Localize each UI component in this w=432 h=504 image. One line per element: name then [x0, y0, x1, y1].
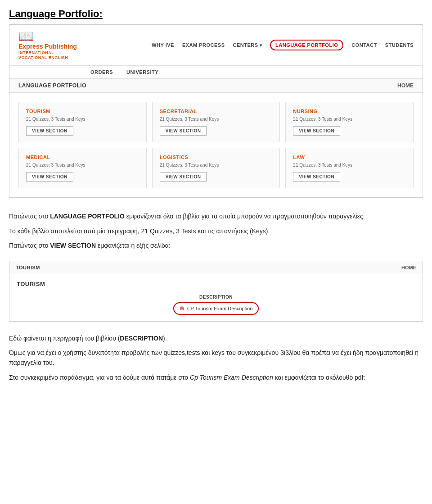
- description-area: DESCRIPTION 🗎 CP Tourism Exam Descriptio…: [17, 295, 415, 315]
- view-section-button-5[interactable]: VIEW SECTION: [293, 172, 340, 182]
- logo-intl-label: INTERNATIONAL: [18, 50, 54, 55]
- cards-grid: TOURISM 21 Quizzes, 3 Tests and Keys VIE…: [18, 102, 414, 188]
- view-section-button-1[interactable]: VIEW SECTION: [160, 126, 207, 136]
- tourism-nav-title: TOURISM: [16, 265, 40, 270]
- nav-why-ive[interactable]: WHY IVE: [152, 42, 174, 48]
- description-label: DESCRIPTION: [199, 295, 233, 300]
- para-desc: Εδώ φαίνεται η περιγραφή του βιβλίου (DE…: [9, 333, 423, 343]
- para3: Πατώντας στο VIEW SECTION εμφανίζεται η …: [9, 241, 423, 250]
- page-title: Language Portfolio:: [9, 8, 423, 20]
- logo-area: 📖 Express Publishing INTERNATIONAL VOCAT…: [18, 30, 90, 60]
- breadcrumb-bar: LANGUAGE PORTFOLIO HOME: [9, 79, 423, 93]
- nav-language-portfolio[interactable]: LANGUAGE PORTFOLIO: [270, 40, 343, 50]
- card-desc-3: 21 Quizzes, 3 Tests and Keys: [26, 163, 139, 168]
- website-screenshot-box: 📖 Express Publishing INTERNATIONAL VOCAT…: [9, 24, 423, 198]
- card-medical: MEDICAL 21 Quizzes, 3 Tests and Keys VIE…: [18, 148, 147, 188]
- breadcrumb-title: LANGUAGE PORTFOLIO: [18, 82, 86, 89]
- tourism-section-title: TOURISM: [17, 281, 415, 287]
- card-category-1: SECRETARIAL: [160, 109, 273, 114]
- nav-centers[interactable]: CENTERS: [233, 42, 262, 48]
- view-section-button-3[interactable]: VIEW SECTION: [26, 172, 73, 182]
- card-desc-2: 21 Quizzes, 3 Tests and Keys: [293, 117, 406, 122]
- logo-book-icon: 📖: [18, 30, 34, 43]
- nav-orders[interactable]: ORDERS: [90, 69, 113, 75]
- nav-second-row: ORDERS UNIVERSITY: [9, 66, 423, 79]
- page-title-section: Language Portfolio:: [0, 0, 432, 24]
- tourism-section-box: TOURISM HOME TOURISM DESCRIPTION 🗎 CP To…: [9, 261, 423, 322]
- view-section-button-2[interactable]: VIEW SECTION: [293, 126, 340, 136]
- nav-header: 📖 Express Publishing INTERNATIONAL VOCAT…: [9, 25, 423, 66]
- nav-university[interactable]: UNIVERSITY: [126, 69, 158, 75]
- card-logistics: LOGISTICS 21 Quizzes, 3 Tests and Keys V…: [152, 148, 280, 188]
- main-nav: WHY IVE EXAM PROCESS CENTERS LANGUAGE PO…: [90, 40, 414, 50]
- breadcrumb-home[interactable]: HOME: [397, 82, 414, 89]
- nav-exam-process[interactable]: EXAM PROCESS: [182, 42, 225, 48]
- para2: Το κάθε βιβλίο αποτελείται από μία περιγ…: [9, 226, 423, 236]
- cp-file-icon: 🗎: [180, 305, 185, 312]
- tourism-nav-home[interactable]: HOME: [401, 265, 416, 270]
- card-desc-1: 21 Quizzes, 3 Tests and Keys: [160, 117, 273, 122]
- nav-students[interactable]: STUDENTS: [385, 42, 414, 48]
- cards-section: TOURISM 21 Quizzes, 3 Tests and Keys VIE…: [9, 93, 423, 197]
- para-access: Όμως για να έχει ο χρήστης δυνατότητα πρ…: [9, 348, 423, 368]
- card-desc-4: 21 Quizzes, 3 Tests and Keys: [160, 163, 273, 168]
- body-text-1: Πατώντας στο LANGUAGE PORTFOLIO εμφανίζο…: [0, 206, 432, 260]
- card-category-3: MEDICAL: [26, 154, 139, 160]
- card-category-4: LOGISTICS: [160, 154, 273, 160]
- cp-tourism-label: CP Tourism Exam Description: [187, 306, 253, 311]
- para1: Πατώντας στο LANGUAGE PORTFOLIO εμφανίζο…: [9, 211, 423, 221]
- card-desc-5: 21 Quizzes, 3 Tests and Keys: [293, 163, 406, 168]
- para-example: Στο συγκεκριμένο παράδειγμα, για να τα δ…: [9, 372, 423, 382]
- card-secretarial: SECRETARIAL 21 Quizzes, 3 Tests and Keys…: [152, 102, 280, 142]
- tourism-nav-bar: TOURISM HOME: [9, 261, 423, 274]
- card-category-2: NURSING: [293, 109, 406, 114]
- card-nursing: NURSING 21 Quizzes, 3 Tests and Keys VIE…: [285, 102, 414, 142]
- cp-tourism-link[interactable]: 🗎 CP Tourism Exam Description: [173, 302, 259, 315]
- logo-voc-label: VOCATIONAL ENGLISH: [18, 55, 68, 60]
- card-category-0: TOURISM: [26, 109, 139, 114]
- card-tourism: TOURISM 21 Quizzes, 3 Tests and Keys VIE…: [18, 102, 147, 142]
- view-section-button-0[interactable]: VIEW SECTION: [26, 126, 73, 136]
- card-desc-0: 21 Quizzes, 3 Tests and Keys: [26, 117, 139, 122]
- view-section-button-4[interactable]: VIEW SECTION: [160, 172, 207, 182]
- card-law: LAW 21 Quizzes, 3 Tests and Keys VIEW SE…: [285, 148, 414, 188]
- body-text-2: Εδώ φαίνεται η περιγραφή του βιβλίου (DE…: [0, 328, 432, 393]
- logo-express-label: Express Publishing: [18, 43, 77, 50]
- nav-contact[interactable]: CONTACT: [351, 42, 377, 48]
- tourism-content: TOURISM DESCRIPTION 🗎 CP Tourism Exam De…: [9, 274, 423, 321]
- card-category-5: LAW: [293, 154, 406, 160]
